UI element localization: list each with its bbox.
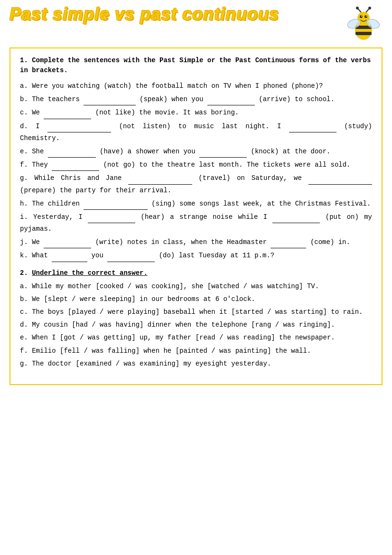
svg-line-10 [366, 9, 369, 12]
blank-k1 [52, 249, 87, 262]
section2-instruction: 2. Underline the correct answer. [20, 269, 372, 277]
s2-sentence-d: d. My cousin [had / was having] dinner w… [20, 319, 372, 331]
blank-e1 [48, 145, 96, 158]
sentence-g: g. While Chris and Jane (travel) on Satu… [20, 172, 372, 196]
blank-g2 [308, 172, 372, 184]
sentence-a: a. Were you watching (watch) the footbal… [20, 80, 372, 92]
svg-point-6 [361, 16, 362, 17]
s2-sentence-b: b. We [slept / were sleeping] in our bed… [20, 293, 372, 305]
svg-line-8 [358, 9, 361, 12]
blank-i2 [272, 211, 320, 223]
blank-c1 [44, 106, 91, 119]
sentence-h: h. The children (sing) some songs last w… [20, 198, 372, 210]
blank-e2 [199, 145, 247, 158]
sentence-k: k. What you (do) last Tuesday at 11 p.m.… [20, 249, 372, 262]
sentence-i: i. Yesterday, I (hear) a strange noise w… [20, 211, 372, 235]
exercise-1: 1. Complete the sentences with the Past … [20, 56, 372, 262]
blank-b2 [207, 93, 255, 105]
sentence-b: b. The teachers (speak) when you (arrive… [20, 93, 372, 105]
svg-point-11 [368, 7, 371, 9]
s2-sentence-c: c. The boys [played / were playing] base… [20, 306, 372, 318]
sentence-f: f. They (not go) to the theatre last mon… [20, 159, 372, 171]
svg-point-7 [366, 16, 367, 17]
blank-d2 [289, 120, 336, 132]
blank-d1 [47, 120, 111, 132]
s2-sentence-g: g. The doctor [examined / was examining]… [20, 358, 372, 370]
blank-g1 [128, 172, 192, 184]
s2-sentence-e: e. When I [got / was getting] up, my fat… [20, 332, 372, 344]
page-title: Past simple vs past continuous [9, 5, 279, 24]
blank-k2 [107, 249, 155, 262]
sentence-d: d. I (not listen) to music last night. I… [20, 120, 372, 144]
blank-h1 [84, 198, 147, 210]
blank-b1 [84, 93, 135, 105]
svg-point-5 [364, 15, 367, 18]
s2-sentence-f: f. Emilio [fell / was falling] when he [… [20, 345, 372, 357]
svg-point-4 [360, 15, 363, 18]
sentence-j: j. We (write) notes in class, when the H… [20, 236, 372, 248]
bee-decoration [345, 5, 383, 43]
blank-j1 [44, 236, 91, 248]
svg-rect-2 [355, 32, 372, 35]
blank-i1 [88, 211, 135, 223]
blank-j2 [271, 236, 306, 248]
sentence-c: c. We (not like) the movie. It was borin… [20, 106, 372, 119]
section1-instruction: 1. Complete the sentences with the Past … [20, 56, 372, 75]
svg-point-9 [356, 7, 359, 9]
sentence-e: e. She (have) a shower when you (knock) … [20, 145, 372, 158]
worksheet-content: 1. Complete the sentences with the Past … [9, 47, 383, 385]
exercise-2: 2. Underline the correct answer. a. Whil… [20, 269, 372, 370]
s2-sentence-a: a. While my mother [cooked / was cooking… [20, 281, 372, 292]
blank-f1 [52, 159, 99, 171]
